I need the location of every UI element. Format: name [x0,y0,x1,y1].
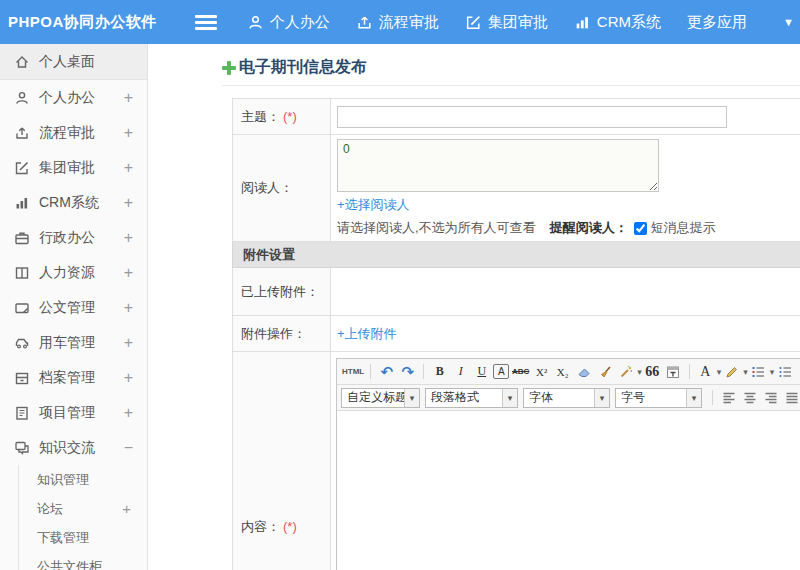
bar-chart-icon [14,195,30,211]
underline-button[interactable]: U [472,362,491,382]
uploaded-attachments-label: 已上传附件： [241,284,319,299]
highlight-button[interactable] [722,362,741,382]
editor-content-area[interactable] [337,411,800,570]
page-header: 电子期刊信息发布 [222,57,800,86]
ordered-list-icon [751,365,765,379]
sidebar-item-project-management[interactable]: 项目管理 + [0,395,147,430]
bold-button[interactable]: B [430,362,449,382]
sidebar-item-admin-office[interactable]: 行政办公 + [0,220,147,255]
readers-textarea[interactable]: 0 [337,139,659,192]
expand-icon[interactable]: + [124,299,133,317]
expand-icon[interactable]: + [124,404,133,422]
sidebar-item-human-resources[interactable]: 人力资源 + [0,255,147,290]
home-icon [14,54,30,70]
chevron-down-icon[interactable]: ▾ [502,389,517,407]
sidebar-item-group-approval[interactable]: 集团审批 + [0,150,147,185]
blockquote-button[interactable]: 66 [643,362,662,382]
workflow-icon [356,14,373,31]
select-readers-link[interactable]: +选择阅读人 [337,197,410,212]
expand-icon[interactable]: + [124,89,133,107]
sidebar-subitem-download-management[interactable]: 下载管理 [19,523,147,552]
font-size-select[interactable]: 字号 ▾ [615,388,702,408]
chevron-down-icon[interactable]: ▾ [637,367,642,377]
attachment-operation-row: 附件操作： +上传附件 [233,316,800,352]
strikethrough-button[interactable]: ABC [511,362,530,382]
insert-date-button[interactable] [664,362,683,382]
chevron-down-icon[interactable]: ▾ [404,389,419,407]
font-color-button[interactable]: A [696,362,715,382]
nav-item-more-apps[interactable]: 更多应用 [687,13,747,32]
expand-icon[interactable]: + [124,369,133,387]
sidebar-item-crm-system[interactable]: CRM系统 + [0,185,147,220]
redo-button[interactable]: ↷ [398,362,417,382]
nav-item-group-approval[interactable]: 集团审批 [465,13,548,32]
align-right-button[interactable] [761,388,780,408]
date-icon [666,365,680,379]
superscript-button[interactable]: X² [532,362,551,382]
editor-toolbar-row-1: HTML ↶ ↷ B I U A ABC X² X₂ [337,359,800,385]
expand-icon[interactable]: + [124,229,133,247]
expand-icon[interactable]: + [122,500,131,517]
align-center-icon [743,391,757,405]
expand-icon[interactable]: + [124,159,133,177]
justify-button[interactable] [782,388,800,408]
sidebar-item-document-management[interactable]: 公文管理 + [0,290,147,325]
heading-select[interactable]: 自定义标题 ▾ [341,388,420,408]
html-source-button[interactable]: HTML [342,362,364,382]
sidebar-item-vehicle-management[interactable]: 用车管理 + [0,325,147,360]
sidebar-item-personal-desktop[interactable]: 个人桌面 [0,44,147,80]
sidebar-item-archive-management[interactable]: 档案管理 + [0,360,147,395]
subject-input[interactable] [337,106,727,128]
chevron-down-icon[interactable]: ▼ [783,16,794,28]
format-brush-button[interactable] [595,362,614,382]
ordered-list-button[interactable] [749,362,768,382]
sms-notify-checkbox[interactable] [634,222,647,235]
knowledge-exchange-submenu: 知识管理 论坛 + 下载管理 公共文件柜 [18,465,147,570]
sidebar-item-workflow-approval[interactable]: 流程审批 + [0,115,147,150]
font-frame-button[interactable]: A [493,364,509,379]
sidebar-subitem-forum[interactable]: 论坛 + [19,494,147,523]
expand-icon[interactable]: + [124,264,133,282]
content-row: 内容：(*) HTML ↶ ↷ B I U A [233,352,800,570]
magic-wand-button[interactable] [616,362,635,382]
italic-button[interactable]: I [451,362,470,382]
collapse-icon[interactable]: − [124,439,133,457]
sidebar-subitem-public-file-cabinet[interactable]: 公共文件柜 [19,552,147,570]
font-family-select[interactable]: 字体 ▾ [523,388,610,408]
chevron-down-icon[interactable]: ▾ [717,367,722,377]
unordered-list-button[interactable] [775,362,794,382]
chevron-down-icon[interactable]: ▾ [686,389,701,407]
expand-icon[interactable]: + [124,194,133,212]
align-left-button[interactable] [719,388,738,408]
archive-icon [14,370,30,386]
workflow-icon [14,125,30,141]
sidebar-item-knowledge-exchange[interactable]: 知识交流 − [0,430,147,465]
nav-item-workflow-approval[interactable]: 流程审批 [356,13,439,32]
paragraph-format-select[interactable]: 段落格式 ▾ [425,388,518,408]
car-icon [14,335,30,351]
subject-label: 主题： [241,109,280,124]
app-brand: PHPOA协同办公软件 [8,13,157,32]
publish-form: 主题：(*) 阅读人： 0 +选择阅读人 请选择阅读人,不选为所有人可查看 提醒… [232,98,800,570]
sidebar-item-personal-office[interactable]: 个人办公 + [0,80,147,115]
sidebar-subitem-knowledge-management[interactable]: 知识管理 [19,465,147,494]
chevron-down-icon[interactable]: ▾ [594,389,609,407]
expand-icon[interactable]: + [124,124,133,142]
nav-item-personal-office[interactable]: 个人办公 [247,13,330,32]
justify-icon [785,391,799,405]
hamburger-menu-icon[interactable] [195,12,217,33]
chevron-down-icon[interactable]: ▾ [770,367,775,377]
page-title: 电子期刊信息发布 [239,57,367,78]
topbar: PHPOA协同办公软件 个人办公 流程审批 集团审批 CRM系统 更多应用 ▼ [0,0,800,44]
align-left-icon [722,391,736,405]
upload-attachment-link[interactable]: +上传附件 [337,326,397,341]
expand-icon[interactable]: + [124,334,133,352]
subscript-button[interactable]: X₂ [553,362,572,382]
chat-icon [14,440,30,456]
undo-button[interactable]: ↶ [377,362,396,382]
eraser-button[interactable] [574,362,593,382]
align-center-button[interactable] [740,388,759,408]
chevron-down-icon[interactable]: ▾ [743,367,748,377]
nav-item-crm-system[interactable]: CRM系统 [574,13,661,32]
person-icon [247,14,264,31]
